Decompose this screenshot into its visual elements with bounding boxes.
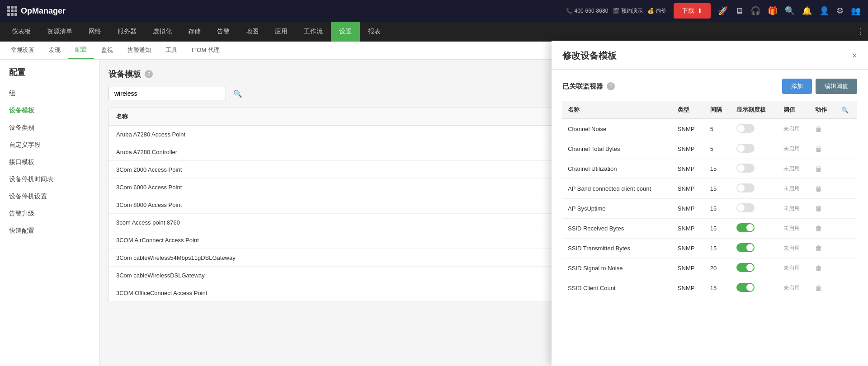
display-toggle[interactable] (736, 144, 755, 153)
gear-icon[interactable]: ⚙ (836, 6, 844, 16)
display-toggle[interactable] (736, 283, 755, 292)
monitor-row-action[interactable]: 🗑 (810, 139, 836, 159)
sidebar-item-quick-config[interactable]: 快速配置 (0, 222, 99, 239)
display-toggle[interactable] (736, 223, 755, 232)
monitor-icon[interactable]: 🖥 (735, 6, 743, 16)
monitor-row-type: SNMP (672, 159, 705, 179)
bell-icon[interactable]: 🔔 (802, 6, 812, 16)
monitor-row-name: Channel Noise (562, 119, 672, 139)
sidebar-item-interface-template[interactable]: 接口模板 (0, 154, 99, 171)
nav-virtual[interactable]: 虚拟化 (145, 22, 180, 42)
subnav-itom[interactable]: ITOM 代理 (184, 41, 227, 59)
nav-alert[interactable]: 告警 (209, 22, 238, 42)
delete-icon[interactable]: 🗑 (815, 225, 822, 232)
add-monitor-button[interactable]: 添加 (782, 79, 812, 94)
monitor-row-interval: 15 (705, 159, 731, 179)
monitor-row-toggle[interactable] (731, 278, 778, 298)
subnav-config[interactable]: 配置 (68, 41, 94, 59)
monitor-row-action[interactable]: 🗑 (810, 219, 836, 239)
monitor-row-toggle[interactable] (731, 139, 778, 159)
search-button[interactable]: 🔍 (230, 87, 246, 100)
monitor-row-action[interactable]: 🗑 (810, 119, 836, 139)
delete-icon[interactable]: 🗑 (815, 205, 822, 212)
nav-more-icon[interactable]: ⋮ (856, 27, 864, 37)
monitor-table-row[interactable]: Channel Total Bytes SNMP 5 未启用 🗑 (562, 139, 857, 159)
sidebar-item-custom-field[interactable]: 自定义字段 (0, 136, 99, 154)
monitor-table-row[interactable]: Channel Utilization SNMP 15 未启用 🗑 (562, 159, 857, 179)
search-icon[interactable]: 🔍 (785, 6, 795, 16)
monitor-row-toggle[interactable] (731, 258, 778, 278)
display-toggle[interactable] (736, 124, 755, 133)
monitor-row-name: AP SysUptime (562, 199, 672, 219)
th-name: 名称 (562, 101, 672, 119)
display-toggle[interactable] (736, 263, 755, 272)
display-toggle[interactable] (736, 183, 755, 192)
sidebar-item-device-template[interactable]: 设备模板 (0, 102, 99, 119)
nav-network[interactable]: 网络 (80, 22, 109, 42)
help-icon[interactable]: ? (145, 70, 153, 78)
delete-icon[interactable]: 🗑 (815, 145, 822, 153)
nav-dashboard[interactable]: 仪表板 (4, 22, 39, 42)
gift-icon[interactable]: 🎁 (768, 6, 778, 16)
modal-close-button[interactable]: × (852, 51, 857, 61)
nav-app[interactable]: 应用 (267, 22, 296, 42)
delete-icon[interactable]: 🗑 (815, 284, 822, 292)
monitor-row-name: SSID Received Bytes (562, 219, 672, 239)
monitor-row-toggle[interactable] (731, 119, 778, 139)
monitor-table-row[interactable]: SSID Received Bytes SNMP 15 未启用 🗑 (562, 219, 857, 239)
sidebar-item-alert-escalation[interactable]: 告警升级 (0, 205, 99, 222)
monitor-table-row[interactable]: Channel Noise SNMP 5 未启用 🗑 (562, 119, 857, 139)
monitor-row-action[interactable]: 🗑 (810, 159, 836, 179)
display-toggle[interactable] (736, 203, 755, 212)
monitor-table-row[interactable]: AP Band connected client count SNMP 15 未… (562, 179, 857, 199)
monitor-row-action[interactable]: 🗑 (810, 239, 836, 258)
monitor-table-row[interactable]: SSID Client Count SNMP 15 未启用 🗑 (562, 278, 857, 298)
search-input[interactable] (108, 87, 226, 100)
monitor-row-action[interactable]: 🗑 (810, 199, 836, 219)
nav-server[interactable]: 服务器 (109, 22, 145, 42)
delete-icon[interactable]: 🗑 (815, 165, 822, 173)
sidebar-item-device-category[interactable]: 设备类别 (0, 119, 99, 136)
monitor-row-toggle[interactable] (731, 199, 778, 219)
display-toggle[interactable] (736, 164, 755, 173)
download-button[interactable]: 下载 ⬇ (674, 3, 711, 19)
monitor-row-action[interactable]: 🗑 (810, 278, 836, 298)
nav-report[interactable]: 报表 (360, 22, 389, 42)
monitor-row-toggle[interactable] (731, 239, 778, 258)
monitor-row-toggle[interactable] (731, 159, 778, 179)
monitor-table-row[interactable]: SSID Transmitted Bytes SNMP 15 未启用 🗑 (562, 239, 857, 258)
subnav-monitor[interactable]: 监视 (94, 41, 120, 59)
monitor-table-row[interactable]: AP SysUptime SNMP 15 未启用 🗑 (562, 199, 857, 219)
sidebar-item-downtime-settings[interactable]: 设备停机设置 (0, 188, 99, 205)
monitor-row-type: SNMP (672, 119, 705, 139)
monitor-row-action[interactable]: 🗑 (810, 258, 836, 278)
nav-map[interactable]: 地图 (238, 22, 267, 42)
monitor-row-toggle[interactable] (731, 179, 778, 199)
nav-inventory[interactable]: 资源清单 (39, 22, 80, 42)
sidebar-item-group[interactable]: 组 (0, 85, 99, 102)
user2-icon[interactable]: 👥 (851, 6, 861, 16)
nav-settings[interactable]: 设置 (331, 22, 360, 42)
th-action: 动作 (810, 101, 836, 119)
monitor-table-row[interactable]: SSID Signal to Noise SNMP 20 未启用 🗑 (562, 258, 857, 278)
monitor-help-icon[interactable]: ? (607, 82, 615, 90)
edit-threshold-button[interactable]: 编辑阈值 (816, 79, 857, 94)
th-type: 类型 (672, 101, 705, 119)
monitor-row-action[interactable]: 🗑 (810, 179, 836, 199)
sidebar-item-downtime-schedule[interactable]: 设备停机时间表 (0, 171, 99, 188)
delete-icon[interactable]: 🗑 (815, 185, 822, 192)
subnav-general[interactable]: 常规设置 (4, 41, 42, 59)
delete-icon[interactable]: 🗑 (815, 244, 822, 252)
rocket-icon[interactable]: 🚀 (718, 6, 728, 16)
nav-workflow[interactable]: 工作流 (296, 22, 331, 42)
nav-storage[interactable]: 存储 (180, 22, 209, 42)
monitor-row-toggle[interactable] (731, 219, 778, 239)
subnav-alert-notify[interactable]: 告警通知 (120, 41, 158, 59)
subnav-discover[interactable]: 发现 (42, 41, 68, 59)
subnav-tools[interactable]: 工具 (158, 41, 184, 59)
delete-icon[interactable]: 🗑 (815, 125, 822, 133)
headset-icon[interactable]: 🎧 (750, 6, 760, 16)
delete-icon[interactable]: 🗑 (815, 264, 822, 272)
display-toggle[interactable] (736, 243, 755, 252)
user-icon[interactable]: 👤 (819, 6, 829, 16)
